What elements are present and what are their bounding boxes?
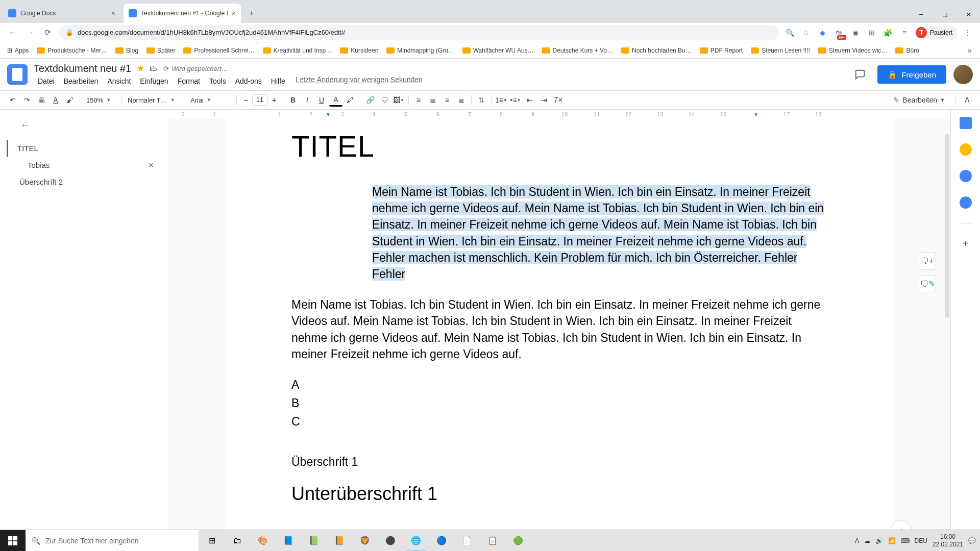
bookmark-item[interactable]: Büro (892, 45, 922, 56)
calendar-icon[interactable] (960, 117, 972, 129)
spotify-icon[interactable]: 🟢 (505, 530, 531, 552)
menu-ansicht[interactable]: Ansicht (103, 76, 135, 87)
spellcheck-icon[interactable]: A (49, 93, 62, 107)
url-input[interactable]: 🔒 docs.google.com/document/d/1hUH8k6h7Lb… (59, 25, 779, 40)
apps-button[interactable]: ⊞Apps (4, 45, 32, 56)
bookmarks-overflow[interactable]: » (963, 46, 976, 55)
clock[interactable]: 16:00 22.02.2021 (933, 533, 963, 548)
puzzle-icon[interactable]: 🧩 (882, 27, 894, 39)
document-canvas[interactable]: 2 1 1 2 ▼ 3 4 5 6 7 8 9 10 11 12 13 14 1… (168, 110, 950, 551)
tray-chevron-icon[interactable]: ᐱ (855, 537, 859, 544)
menu-addons[interactable]: Add-ons (231, 76, 266, 87)
close-icon[interactable]: × (232, 9, 236, 17)
bookmark-item[interactable]: Noch hochladen Bu… (618, 45, 695, 56)
decrease-indent-icon[interactable]: ⇤ (523, 93, 536, 107)
scrollbar[interactable] (943, 110, 950, 551)
menu-hilfe[interactable]: Hilfe (267, 76, 289, 87)
editing-mode-select[interactable]: ✎ Bearbeiten ▼ (888, 96, 950, 104)
word-icon[interactable]: 📘 (276, 530, 301, 552)
underline-icon[interactable]: U (315, 93, 328, 107)
docs-logo[interactable] (7, 64, 28, 85)
text-color-icon[interactable]: A (329, 93, 342, 107)
new-tab-button[interactable]: + (244, 6, 259, 21)
bookmark-item[interactable]: PDF Report (697, 45, 746, 56)
insert-image-icon[interactable]: 🖼▼ (392, 93, 405, 107)
indent-marker-icon[interactable]: ▼ (326, 112, 331, 117)
zoom-select[interactable]: 150%▼ (83, 93, 118, 107)
add-comment-icon[interactable]: 🗨 (378, 93, 391, 107)
menu-format[interactable]: Format (174, 76, 204, 87)
onedrive-icon[interactable]: ☁ (864, 537, 870, 544)
list-item[interactable]: A (291, 377, 827, 393)
app-icon[interactable]: 📋 (480, 530, 505, 552)
outline-close-icon[interactable]: ← (20, 120, 160, 131)
outline-item[interactable]: TITEL (7, 140, 160, 157)
edge-icon[interactable]: 🔵 (429, 530, 454, 552)
font-size-input[interactable]: 11 (252, 94, 267, 106)
extension-icon[interactable]: ◉ (849, 27, 862, 39)
taskbar-search[interactable]: 🔍 Zur Suche Text hier eingeben (26, 530, 199, 552)
menu-tools[interactable]: Tools (205, 76, 230, 87)
heading-1[interactable]: Überschrift 1 (291, 455, 827, 469)
bold-icon[interactable]: B (286, 93, 300, 107)
profile-chip[interactable]: T Pausiert (915, 26, 958, 39)
document-title[interactable]: Textdokument neu #1 (34, 63, 131, 74)
collapse-toolbar-icon[interactable]: ᐱ (961, 93, 974, 107)
outline-item[interactable]: Überschrift 2 (8, 173, 160, 190)
user-avatar[interactable] (953, 65, 973, 84)
align-left-icon[interactable]: ≡ (412, 93, 425, 107)
align-center-icon[interactable]: ≣ (426, 93, 439, 107)
zoom-icon[interactable]: 🔍 (784, 27, 796, 39)
back-icon[interactable]: ← (4, 24, 21, 41)
task-view-icon[interactable]: ⊞ (199, 530, 225, 552)
horizontal-ruler[interactable]: 2 1 1 2 ▼ 3 4 5 6 7 8 9 10 11 12 13 14 1… (168, 110, 950, 119)
obs-icon[interactable]: ⚫ (378, 530, 403, 552)
apps-icon[interactable]: ⊞ (866, 27, 878, 39)
redo-icon[interactable]: ↷ (20, 93, 34, 107)
list-item[interactable]: C (291, 413, 827, 430)
highlight-icon[interactable]: 🖍 (344, 93, 357, 107)
bookmark-item[interactable]: Steuern Lesen !!!! (748, 45, 813, 56)
app-icon[interactable]: 📄 (454, 530, 480, 552)
link-icon[interactable]: 🔗 (363, 93, 377, 107)
print-icon[interactable]: 🖶 (35, 93, 48, 107)
bookmark-item[interactable]: Später (143, 45, 178, 56)
tasks-icon[interactable] (960, 170, 972, 182)
bookmark-item[interactable]: Professionell Schrei… (180, 45, 257, 56)
extension-icon[interactable]: ◆ (817, 27, 829, 39)
chrome-icon[interactable]: 🌐 (403, 530, 429, 552)
bookmark-item[interactable]: Wahlfächer WU Aus… (459, 45, 537, 56)
undo-icon[interactable]: ↶ (6, 93, 19, 107)
bookmark-item[interactable]: Mindmapping (Gru… (383, 45, 457, 56)
menu-bearbeiten[interactable]: Bearbeiten (60, 76, 103, 87)
comment-history-icon[interactable] (850, 64, 870, 85)
numbered-list-icon[interactable]: 1≡▼ (495, 93, 508, 107)
file-explorer-icon[interactable]: 🗂 (225, 530, 250, 552)
language-indicator[interactable]: DEU (915, 537, 927, 544)
close-window-icon[interactable]: ✕ (957, 6, 980, 23)
close-icon[interactable]: × (111, 9, 115, 17)
font-select[interactable]: Arial▼ (187, 93, 233, 107)
app-icon[interactable]: 🎨 (250, 530, 276, 552)
list-item[interactable]: B (291, 395, 827, 411)
wifi-icon[interactable]: 📶 (888, 537, 896, 544)
bookmark-item[interactable]: Deutsche Kurs + Vo… (539, 45, 616, 56)
heading-2[interactable]: Unterüberschrift 1 (291, 483, 827, 505)
browser-tab[interactable]: Google Docs × (3, 4, 120, 23)
suggest-edit-button[interactable]: 🗨✎ (919, 275, 936, 292)
close-icon[interactable]: ✕ (148, 161, 154, 169)
menu-icon[interactable]: ⋮ (962, 27, 974, 39)
add-comment-button[interactable]: 🗨+ (919, 253, 936, 270)
star-icon[interactable]: ☆ (800, 27, 813, 39)
menu-einfuegen[interactable]: Einfügen (136, 76, 172, 87)
keep-icon[interactable] (960, 143, 972, 156)
indent-marker-icon[interactable]: ▼ (753, 112, 759, 117)
increase-indent-icon[interactable]: ⇥ (537, 93, 551, 107)
bulleted-list-icon[interactable]: •≡▼ (509, 93, 522, 107)
align-right-icon[interactable]: ≡ (440, 93, 454, 107)
clear-formatting-icon[interactable]: T✕ (552, 93, 565, 107)
bookmark-item[interactable]: Produktsuche - Mer… (34, 45, 110, 56)
share-button[interactable]: 🔒 Freigeben (877, 65, 946, 84)
outline-item[interactable]: Tobias✕ (8, 157, 160, 173)
contacts-icon[interactable] (960, 196, 972, 209)
